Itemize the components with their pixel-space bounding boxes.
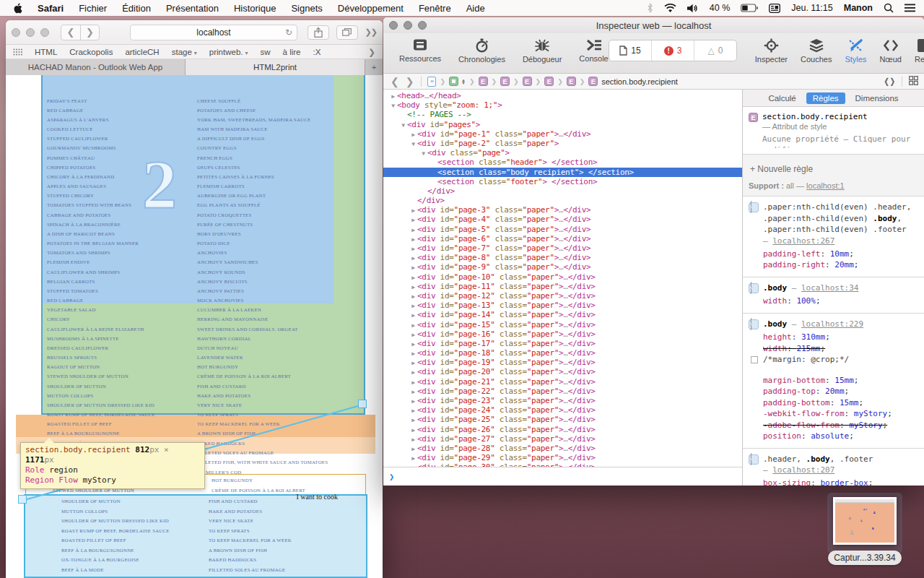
- menu-présentation[interactable]: Présentation: [166, 3, 219, 14]
- dom-row[interactable]: </div>: [383, 196, 742, 205]
- css-property[interactable]: padding-bottom: 15mm;: [763, 397, 918, 409]
- disclosure-closed-icon[interactable]: ▶: [409, 368, 417, 377]
- css-property[interactable]: padding-left: 10mm;: [763, 249, 918, 260]
- css-selector[interactable]: .body — localhost:34: [763, 282, 858, 294]
- menu-aide[interactable]: Aide: [466, 3, 485, 14]
- dom-row[interactable]: ▶<div id="page-7" class="paper">…</div>: [383, 243, 742, 253]
- document-crumb-icon[interactable]: ‹›: [427, 77, 436, 87]
- address-bar[interactable]: localhost ↻: [130, 25, 297, 40]
- disclosure-closed-icon[interactable]: ▶: [409, 225, 417, 235]
- dom-row[interactable]: ▶<div id="page-9" class="paper">…</div>: [383, 262, 742, 272]
- dom-row[interactable]: ▶<div id="page-8" class="paper">…</div>: [383, 253, 742, 262]
- disclosure-open-icon[interactable]: ▼: [399, 121, 407, 130]
- dom-row[interactable]: ▶<div id="page-3" class="paper">…</div>: [383, 205, 742, 215]
- dom-row[interactable]: ▶<div id="page-10" class="paper">…</div>: [383, 272, 742, 282]
- reload-icon[interactable]: ↻: [285, 27, 292, 38]
- css-selector[interactable]: .header, .body, .footer: [763, 454, 873, 465]
- dom-row[interactable]: ▶<div id="page-26" class="paper">…</div>: [383, 425, 742, 434]
- element-crumb-icon[interactable]: E: [523, 77, 532, 86]
- css-property[interactable]: margin-bottom: 15mm;: [763, 375, 918, 387]
- bookmarks-overflow-icon[interactable]: ❯: [368, 47, 375, 57]
- dom-row[interactable]: ▶<div id="page-24" class="paper">…</div>: [383, 405, 742, 415]
- dom-row[interactable]: ▶<div id="page-20" class="paper">…</div>: [383, 367, 742, 376]
- dom-row[interactable]: <section class="footer"> </section>: [383, 177, 742, 186]
- zoom-button[interactable]: [40, 28, 49, 37]
- dom-forward-icon[interactable]: ❯: [404, 76, 416, 87]
- dom-row[interactable]: ▶<div id="page-23" class="paper">…</div>: [383, 396, 742, 405]
- input-source-icon[interactable]: [769, 4, 780, 13]
- dom-row[interactable]: ▶<head>…</head>: [383, 91, 742, 100]
- bookmark-x[interactable]: :X: [313, 48, 321, 56]
- tab-html2print[interactable]: HTML2print: [186, 59, 365, 75]
- bookmark-articlech[interactable]: articleCH: [125, 48, 159, 56]
- forward-button[interactable]: ❯: [80, 25, 99, 40]
- dom-row[interactable]: ▶<div id="page-5" class="paper">…</div>: [383, 225, 742, 234]
- disclosure-closed-icon[interactable]: ▶: [409, 415, 417, 425]
- tab-overview-button[interactable]: [336, 25, 358, 40]
- menu-safari[interactable]: Safari: [38, 3, 64, 14]
- dom-row[interactable]: ▼<body style="zoom: 1;">: [383, 100, 742, 110]
- disclosure-closed-icon[interactable]: ▶: [409, 426, 417, 435]
- dom-row[interactable]: ▶<div id="page-25" class="paper">…</div>: [383, 415, 742, 424]
- element-crumb-icon[interactable]: E: [567, 77, 576, 86]
- menu-fichier[interactable]: Fichier: [79, 3, 107, 14]
- element-crumb-icon[interactable]: E: [588, 77, 598, 86]
- wifi-icon[interactable]: [664, 4, 676, 13]
- tab-computed[interactable]: Calculé: [768, 94, 796, 103]
- dom-row[interactable]: ▶<div id="page-6" class="paper">…</div>: [383, 234, 742, 243]
- source-link[interactable]: localhost:34: [801, 283, 858, 293]
- tab-metrics[interactable]: Dimensions: [855, 94, 899, 103]
- tab-outlook[interactable]: HACHAD Manon - Outlook Web App: [6, 59, 186, 75]
- dom-row[interactable]: <!-- PAGES -->: [383, 110, 742, 119]
- bookmark-printweb[interactable]: printweb.▾: [209, 48, 248, 56]
- tool-layers[interactable]: Couches: [801, 33, 832, 64]
- close-button[interactable]: [12, 28, 20, 37]
- source-link[interactable]: localhost:267: [772, 236, 834, 246]
- dom-row[interactable]: ▶<div id="page-29" class="paper">…</div>: [383, 453, 742, 462]
- menu-édition[interactable]: Édition: [122, 3, 151, 14]
- menu-fenêtre[interactable]: Fenêtre: [419, 3, 451, 14]
- disclosure-closed-icon[interactable]: ▶: [409, 282, 417, 292]
- disclosure-open-icon[interactable]: ▼: [419, 149, 427, 158]
- element-crumb-icon[interactable]: E: [479, 77, 488, 86]
- dom-row[interactable]: ▶<div id="page-22" class="paper">…</div>: [383, 387, 742, 396]
- tab-debugger[interactable]: Débogueur: [523, 33, 562, 64]
- css-property[interactable]: /*margin: @crop;*/: [763, 354, 918, 366]
- tool-node[interactable]: Nœud: [879, 33, 902, 64]
- dom-row[interactable]: ▶<div id="page-12" class="paper">…</div>: [383, 291, 742, 301]
- tool-inspect[interactable]: Inspecter: [755, 33, 788, 64]
- dom-row[interactable]: ▶<div id="page-13" class="paper">…</div>: [383, 301, 742, 310]
- warning-count[interactable]: △ 0: [694, 40, 736, 61]
- css-selector[interactable]: .paper:nth-child(even) .footer: [763, 224, 911, 236]
- dom-row[interactable]: ▶<div id="page-1" class="paper">…</div>: [383, 129, 742, 139]
- dom-row[interactable]: ▼<div id="pages">: [383, 120, 742, 129]
- disclosure-closed-icon[interactable]: ▶: [409, 378, 417, 387]
- more-tools-icon[interactable]: ❯❯: [365, 27, 377, 37]
- disclosure-closed-icon[interactable]: ▶: [409, 263, 417, 272]
- dom-row[interactable]: ▶<div id="page-19" class="paper">…</div>: [383, 358, 742, 367]
- menu-historique[interactable]: Historique: [234, 3, 276, 14]
- source-link[interactable]: localhost:207: [772, 465, 834, 475]
- bookmark-html[interactable]: HTML: [35, 48, 57, 56]
- css-selector[interactable]: .paper:nth-child(even) .body,: [763, 213, 911, 225]
- source-code-icon[interactable]: ❬❭: [884, 77, 895, 86]
- dom-row[interactable]: ▶<div id="page-28" class="paper">…</div>: [383, 444, 742, 453]
- tool-styles[interactable]: Styles: [845, 33, 866, 64]
- disclosure-closed-icon[interactable]: ▶: [409, 273, 417, 282]
- apple-logo-icon[interactable]: [13, 3, 22, 14]
- share-button[interactable]: [308, 25, 329, 40]
- bookmark-stage[interactable]: stage▾: [172, 48, 197, 56]
- tab-timelines[interactable]: Chronologies: [458, 33, 505, 64]
- element-crumb-icon[interactable]: E: [500, 77, 510, 86]
- disclosure-closed-icon[interactable]: ▶: [409, 330, 417, 340]
- tab-rules[interactable]: Règles: [806, 92, 845, 104]
- tab-console[interactable]: Console: [579, 33, 608, 64]
- resource-count[interactable]: 15: [609, 40, 651, 61]
- crumb-stepper-icon[interactable]: ▲▼: [461, 79, 466, 85]
- clock[interactable]: Jeu. 11:15: [791, 3, 832, 13]
- bookmark-lire[interactable]: à lire: [283, 48, 301, 56]
- dom-row[interactable]: ▶<div id="page-4" class="paper">…</div>: [383, 215, 742, 224]
- disclosure-closed-icon[interactable]: ▶: [409, 311, 417, 320]
- tool-resources-clipped[interactable]: Ress: [915, 33, 924, 64]
- property-checkbox[interactable]: [751, 356, 758, 363]
